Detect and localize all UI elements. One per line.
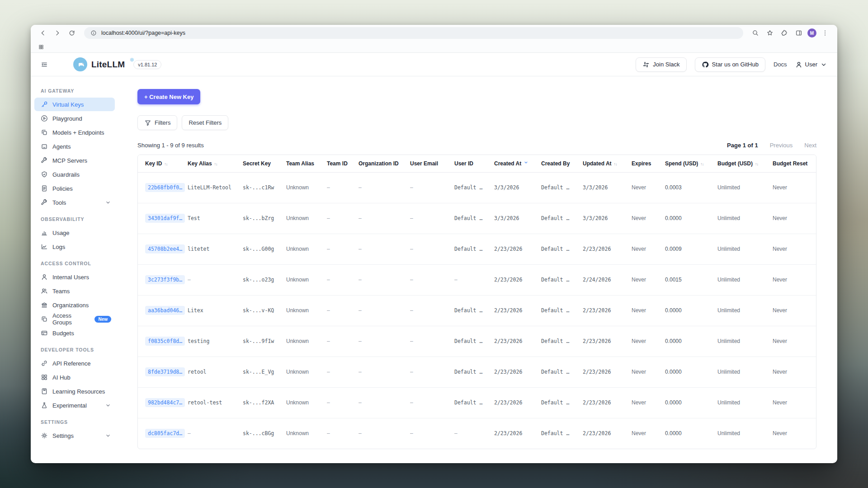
star-github-button[interactable]: Star us on GitHub	[695, 57, 765, 72]
apps-grid-icon[interactable]	[37, 43, 45, 51]
docs-link[interactable]: Docs	[774, 61, 787, 68]
sidebar-item-ai-hub[interactable]: AI Hub	[34, 371, 115, 384]
table-row: 982bd484c7…retool-testsk-...f2XAUnknown–…	[138, 387, 816, 418]
sidebar-item-budgets[interactable]: Budgets	[34, 326, 115, 340]
create-new-key-button[interactable]: + Create New Key	[137, 89, 200, 104]
sidebar-item-playground[interactable]: Playground	[34, 112, 115, 125]
sidebar-item-mcp-servers[interactable]: MCP Servers	[34, 154, 115, 167]
cell-user-email: –	[410, 203, 454, 234]
cell-user-id: Default …	[454, 295, 494, 326]
sidebar-item-label: Playground	[52, 115, 82, 122]
sidebar-item-models-endpoints[interactable]: Models + Endpoints	[34, 126, 115, 139]
key-id-link[interactable]: aa36bad046…	[145, 306, 185, 315]
column-header-updated-at[interactable]: Updated At↑↓	[583, 155, 632, 172]
cell-key-id: 982bd484c7…	[138, 387, 188, 418]
side-panel-icon[interactable]	[793, 27, 805, 39]
sidebar-item-learning-resources[interactable]: Learning Resources	[34, 385, 115, 398]
zoom-icon[interactable]	[750, 27, 761, 39]
column-header-created-at[interactable]: Created At	[494, 155, 541, 172]
column-header-created-by: Created By	[541, 155, 583, 172]
sort-chevron-down-icon[interactable]	[524, 160, 528, 165]
sidebar-item-experimental[interactable]: Experimental	[34, 399, 115, 412]
sidebar-collapse-icon[interactable]	[41, 60, 51, 70]
sort-arrows-icon[interactable]: ↑↓	[755, 162, 758, 166]
previous-page-button[interactable]: Previous	[770, 142, 793, 149]
cell-expires: Never	[632, 203, 665, 234]
sidebar-item-policies[interactable]: Policies	[34, 182, 115, 195]
forward-icon[interactable]	[52, 27, 63, 39]
key-id-link[interactable]: dc805fac7d…	[145, 429, 185, 438]
keys-table: Key ID↑↓Key Alias↑↓Secret KeyTeam AliasT…	[137, 155, 816, 449]
profile-avatar[interactable]: M	[807, 28, 816, 38]
cell-team-id: –	[327, 326, 359, 357]
key-id-link[interactable]: 982bd484c7…	[145, 398, 185, 407]
key-id-link[interactable]: 45708b2ee4…	[145, 244, 185, 253]
bar-chart-icon	[41, 229, 48, 236]
cell-expires: Never	[632, 418, 665, 449]
sparkle-icon: ❅	[129, 56, 134, 63]
cell-team-id: –	[327, 203, 359, 234]
cell-team-id: –	[327, 418, 359, 449]
document-icon	[41, 185, 48, 192]
key-id-link[interactable]: 8fde3719d8…	[145, 367, 185, 376]
sidebar-item-label: Experimental	[52, 402, 87, 409]
sidebar-item-agents[interactable]: Agents	[34, 140, 115, 153]
key-id-link[interactable]: 34301daf9f…	[145, 214, 185, 223]
column-header-key-alias[interactable]: Key Alias↑↓	[188, 155, 243, 172]
sidebar-item-internal-users[interactable]: Internal Users	[34, 270, 115, 284]
shield-icon	[41, 171, 48, 178]
browser-menu-icon[interactable]	[819, 27, 831, 39]
sort-arrows-icon[interactable]: ↑↓	[614, 162, 617, 166]
join-slack-button[interactable]: Join Slack	[636, 57, 686, 72]
bookmark-star-icon[interactable]	[764, 27, 776, 39]
url-text: localhost:4000/ui/?page=api-keys	[101, 30, 185, 36]
site-info-icon[interactable]	[90, 29, 98, 37]
extensions-icon[interactable]	[778, 27, 790, 39]
key-id-link[interactable]: f0835c0f8d…	[145, 337, 185, 346]
sort-arrows-icon[interactable]: ↑↓	[164, 162, 167, 166]
cell-user-id: –	[454, 418, 494, 449]
sidebar-item-logs[interactable]: Logs	[34, 240, 115, 253]
key-id-link[interactable]: 3c273f3f9b…	[145, 275, 185, 284]
key-id-link[interactable]: 22b68fb0f0…	[145, 183, 185, 192]
cell-created-at: 2/23/2026	[494, 234, 541, 264]
reload-icon[interactable]	[66, 27, 78, 39]
cell-key-id: dc805fac7d…	[138, 418, 188, 449]
cell-team-alias: Unknown	[286, 234, 327, 264]
sidebar-item-usage[interactable]: Usage	[34, 226, 115, 239]
sidebar-item-virtual-keys[interactable]: Virtual Keys	[34, 98, 115, 111]
cell-created-by: Default …	[541, 326, 583, 357]
book-icon	[41, 388, 48, 395]
column-header-budget-usd[interactable]: Budget (USD)↑↓	[717, 155, 773, 172]
sidebar-item-api-reference[interactable]: API Reference	[34, 357, 115, 370]
sidebar-item-teams[interactable]: Teams	[34, 284, 115, 298]
user-menu[interactable]: User	[795, 61, 827, 68]
sidebar-item-tools[interactable]: Tools	[34, 196, 115, 209]
url-bar[interactable]: localhost:4000/ui/?page=api-keys	[84, 27, 743, 39]
sort-arrows-icon[interactable]: ↑↓	[700, 162, 703, 166]
cell-spend-usd: 0.0000	[665, 295, 717, 326]
sidebar-item-label: Access Groups	[52, 312, 87, 326]
cell-budget-reset: Never	[773, 203, 816, 234]
cell-team-alias: Unknown	[286, 326, 327, 357]
sidebar-item-access-groups[interactable]: Access GroupsNew	[34, 312, 115, 326]
back-icon[interactable]	[37, 27, 49, 39]
cell-budget-usd: Unlimited	[717, 172, 773, 203]
sidebar-item-label: Guardrails	[52, 171, 80, 178]
column-header-organization-id: Organization ID	[359, 155, 410, 172]
cell-secret-key: sk-...bZrg	[243, 203, 286, 234]
filters-button[interactable]: Filters	[137, 115, 177, 130]
reset-filters-button[interactable]: Reset Filters	[182, 115, 228, 130]
cell-secret-key: sk-...c1Rw	[243, 172, 286, 203]
column-header-key-id[interactable]: Key ID↑↓	[138, 155, 188, 172]
next-page-button[interactable]: Next	[804, 142, 816, 149]
sidebar-section-title: Access Control	[41, 261, 118, 266]
sidebar-item-guardrails[interactable]: Guardrails	[34, 168, 115, 181]
cell-expires: Never	[632, 387, 665, 418]
column-header-expires: Expires	[632, 155, 665, 172]
cell-created-by: Default …	[541, 264, 583, 295]
sidebar-item-organizations[interactable]: Organizations	[34, 298, 115, 312]
sort-arrows-icon[interactable]: ↑↓	[214, 162, 217, 166]
column-header-spend-usd[interactable]: Spend (USD)↑↓	[665, 155, 717, 172]
sidebar-item-settings[interactable]: Settings	[34, 429, 115, 442]
